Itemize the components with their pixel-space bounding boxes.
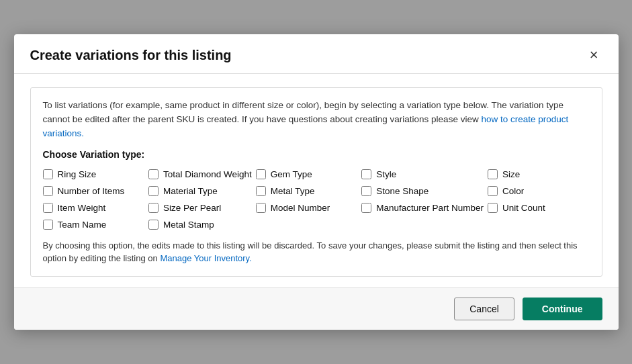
info-box: To list variations (for example, same pr… xyxy=(30,87,602,277)
checkbox-manufacturer_part_number[interactable] xyxy=(361,203,371,213)
variation-item-metal_type: Metal Type xyxy=(256,186,357,196)
modal-header: Create variations for this listing × xyxy=(14,34,619,74)
variation-item-team_name: Team Name xyxy=(43,220,144,230)
choose-variation-label: Choose Variation type: xyxy=(43,149,590,160)
label-stone_shape[interactable]: Stone Shape xyxy=(376,186,428,196)
modal-dialog: Create variations for this listing × To … xyxy=(14,34,619,330)
label-color[interactable]: Color xyxy=(502,186,524,196)
label-metal_type[interactable]: Metal Type xyxy=(271,186,315,196)
variation-item-gem_type: Gem Type xyxy=(256,169,357,179)
modal-title: Create variations for this listing xyxy=(30,48,232,63)
continue-button[interactable]: Continue xyxy=(523,298,602,320)
label-style[interactable]: Style xyxy=(376,169,396,179)
label-size_per_pearl[interactable]: Size Per Pearl xyxy=(163,203,221,213)
variation-item-model_number: Model Number xyxy=(256,203,357,213)
variation-item-color: Color xyxy=(488,186,589,196)
variation-item-manufacturer_part_number: Manufacturer Part Number xyxy=(361,203,484,213)
label-model_number[interactable]: Model Number xyxy=(271,203,330,213)
variation-item-number_of_items: Number of Items xyxy=(43,186,144,196)
footer-link[interactable]: Manage Your Inventory. xyxy=(160,253,251,263)
label-metal_stamp[interactable]: Metal Stamp xyxy=(163,220,214,230)
variation-grid: Ring SizeTotal Diamond WeightGem TypeSty… xyxy=(43,169,590,230)
info-text: To list variations (for example, same pr… xyxy=(43,99,590,141)
checkbox-style[interactable] xyxy=(361,169,371,179)
label-material_type[interactable]: Material Type xyxy=(163,186,218,196)
label-manufacturer_part_number[interactable]: Manufacturer Part Number xyxy=(376,203,484,213)
variation-item-unit_count: Unit Count xyxy=(488,203,589,213)
variation-item-size: Size xyxy=(488,169,589,179)
label-gem_type[interactable]: Gem Type xyxy=(271,169,312,179)
label-number_of_items[interactable]: Number of Items xyxy=(58,186,125,196)
footer-text-part1: By choosing this option, the edits made … xyxy=(43,240,578,264)
checkbox-model_number[interactable] xyxy=(256,203,266,213)
checkbox-size_per_pearl[interactable] xyxy=(148,203,159,213)
checkbox-total_diamond_weight[interactable] xyxy=(148,169,159,179)
checkbox-material_type[interactable] xyxy=(148,186,159,196)
label-team_name[interactable]: Team Name xyxy=(58,220,107,230)
label-unit_count[interactable]: Unit Count xyxy=(502,203,545,213)
checkbox-metal_stamp[interactable] xyxy=(148,220,159,230)
variation-item-metal_stamp: Metal Stamp xyxy=(148,220,252,230)
variation-item-style: Style xyxy=(361,169,484,179)
label-size[interactable]: Size xyxy=(502,169,520,179)
modal-overlay: Create variations for this listing × To … xyxy=(0,0,632,364)
variation-item-ring_size: Ring Size xyxy=(43,169,144,179)
cancel-button[interactable]: Cancel xyxy=(454,298,514,320)
modal-footer: Cancel Continue xyxy=(14,287,619,330)
checkbox-metal_type[interactable] xyxy=(256,186,266,196)
checkbox-stone_shape[interactable] xyxy=(361,186,371,196)
checkbox-unit_count[interactable] xyxy=(488,203,498,213)
variation-item-item_weight: Item Weight xyxy=(43,203,144,213)
label-ring_size[interactable]: Ring Size xyxy=(58,169,97,179)
checkbox-team_name[interactable] xyxy=(43,220,53,230)
checkbox-item_weight[interactable] xyxy=(43,203,53,213)
variation-item-material_type: Material Type xyxy=(148,186,252,196)
variation-item-size_per_pearl: Size Per Pearl xyxy=(148,203,252,213)
checkbox-size[interactable] xyxy=(488,169,498,179)
close-button[interactable]: × xyxy=(586,46,602,64)
variation-item-stone_shape: Stone Shape xyxy=(361,186,484,196)
modal-body: To list variations (for example, same pr… xyxy=(14,74,619,287)
checkbox-ring_size[interactable] xyxy=(43,169,53,179)
variation-item-total_diamond_weight: Total Diamond Weight xyxy=(148,169,252,179)
checkbox-gem_type[interactable] xyxy=(256,169,266,179)
checkbox-number_of_items[interactable] xyxy=(43,186,53,196)
footer-text: By choosing this option, the edits made … xyxy=(43,239,590,265)
label-item_weight[interactable]: Item Weight xyxy=(58,203,106,213)
label-total_diamond_weight[interactable]: Total Diamond Weight xyxy=(163,169,252,179)
checkbox-color[interactable] xyxy=(488,186,498,196)
